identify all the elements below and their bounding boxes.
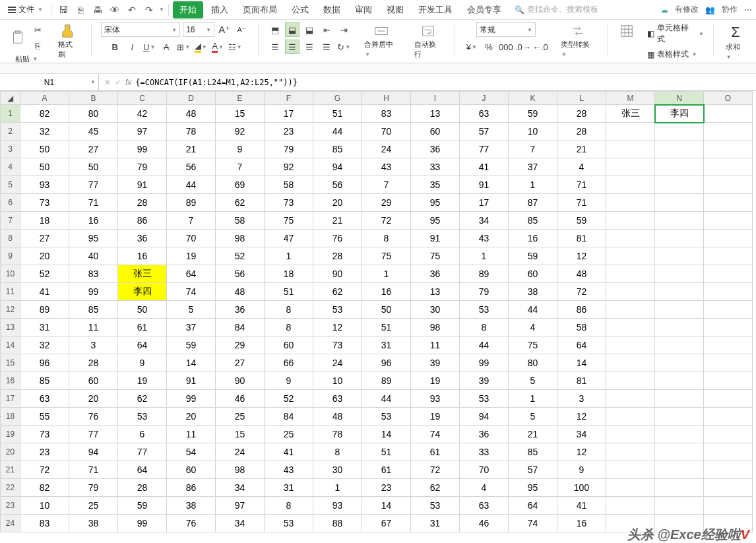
conditional-format-button[interactable] <box>617 22 637 40</box>
cell-H1[interactable]: 83 <box>362 105 411 123</box>
cell-L1[interactable]: 28 <box>557 105 606 123</box>
cell-C13[interactable]: 61 <box>118 319 167 336</box>
cell-H6[interactable]: 29 <box>362 194 411 212</box>
cell-O15[interactable] <box>704 354 753 372</box>
cell-I15[interactable]: 39 <box>411 354 460 372</box>
cell-H17[interactable]: 44 <box>362 390 411 408</box>
cell-J21[interactable]: 70 <box>460 461 509 479</box>
cell-H19[interactable]: 14 <box>362 426 411 443</box>
cell-D12[interactable]: 5 <box>167 301 216 319</box>
cell-H2[interactable]: 70 <box>362 123 411 141</box>
cell-I13[interactable]: 98 <box>411 319 460 336</box>
sum-button[interactable]: Σ 求和▼ <box>723 22 748 61</box>
cell-F23[interactable]: 8 <box>265 497 313 515</box>
row-header-15[interactable]: 15 <box>1 354 20 372</box>
cell-F4[interactable]: 92 <box>265 158 313 176</box>
font-color-button[interactable]: A▼ <box>210 40 225 54</box>
tab-insert[interactable]: 插入 <box>205 1 235 18</box>
cell-F19[interactable]: 25 <box>265 426 313 443</box>
cell-G1[interactable]: 51 <box>313 105 362 123</box>
cell-B24[interactable]: 38 <box>69 515 118 532</box>
cell-C4[interactable]: 79 <box>118 158 167 176</box>
cell-L20[interactable]: 12 <box>557 443 606 461</box>
cell-D1[interactable]: 48 <box>167 105 216 123</box>
orientation-icon[interactable]: ↻▼ <box>336 40 351 54</box>
cell-F13[interactable]: 8 <box>265 319 313 336</box>
cell-H15[interactable]: 96 <box>362 354 411 372</box>
cell-K13[interactable]: 4 <box>509 319 557 336</box>
cell-E9[interactable]: 52 <box>216 247 265 265</box>
export-icon[interactable]: ⎘ <box>73 2 88 18</box>
cell-E10[interactable]: 56 <box>216 265 265 283</box>
cell-I24[interactable]: 31 <box>411 515 460 532</box>
cell-L9[interactable]: 12 <box>557 247 606 265</box>
cell-E20[interactable]: 24 <box>216 443 265 461</box>
cell-O3[interactable] <box>704 141 753 158</box>
cell-F9[interactable]: 1 <box>265 247 313 265</box>
accept-icon[interactable]: ✓ <box>115 78 121 87</box>
name-box[interactable]: ▼ <box>0 74 99 90</box>
cell-N11[interactable] <box>655 283 704 301</box>
cell-O5[interactable] <box>704 176 753 194</box>
cell-F8[interactable]: 47 <box>265 230 313 247</box>
cell-M10[interactable] <box>606 265 655 283</box>
cell-M1[interactable]: 张三 <box>606 105 655 123</box>
cell-M12[interactable] <box>606 301 655 319</box>
cell-D9[interactable]: 19 <box>167 247 216 265</box>
cell-I2[interactable]: 60 <box>411 123 460 141</box>
font-size-select[interactable]: 16▼ <box>183 22 214 37</box>
cell-B15[interactable]: 28 <box>69 354 118 372</box>
cell-F22[interactable]: 31 <box>265 479 313 497</box>
cell-I18[interactable]: 19 <box>411 408 460 426</box>
cell-D16[interactable]: 91 <box>167 372 216 390</box>
cut-icon[interactable]: ✂ <box>30 22 45 37</box>
cell-E21[interactable]: 98 <box>216 461 265 479</box>
increase-font-icon[interactable]: A⁺ <box>217 22 232 37</box>
row-header-1[interactable]: 1 <box>1 105 20 123</box>
cell-G17[interactable]: 63 <box>313 390 362 408</box>
align-right-icon[interactable]: ☰ <box>302 40 317 54</box>
cell-G14[interactable]: 73 <box>313 336 362 354</box>
tab-dev[interactable]: 开发工具 <box>412 1 459 18</box>
cell-M9[interactable] <box>606 247 655 265</box>
cell-K9[interactable]: 59 <box>509 247 557 265</box>
cell-D8[interactable]: 70 <box>167 230 216 247</box>
cell-I8[interactable]: 91 <box>411 230 460 247</box>
cell-H21[interactable]: 61 <box>362 461 411 479</box>
cell-B21[interactable]: 71 <box>69 461 118 479</box>
cell-J4[interactable]: 41 <box>460 158 509 176</box>
copy-icon[interactable]: ⎘ <box>30 38 45 53</box>
cell-B20[interactable]: 94 <box>69 443 118 461</box>
cell-A13[interactable]: 31 <box>20 319 69 336</box>
strike-button[interactable]: A <box>159 40 173 54</box>
cell-H10[interactable]: 1 <box>362 265 411 283</box>
chevron-down-icon[interactable]: ▼ <box>90 79 96 85</box>
cell-K20[interactable]: 85 <box>509 443 557 461</box>
formula-input[interactable] <box>135 78 751 87</box>
cell-O7[interactable] <box>704 212 753 230</box>
tab-layout[interactable]: 页面布局 <box>236 1 284 18</box>
cell-D21[interactable]: 60 <box>167 461 216 479</box>
cell-E16[interactable]: 90 <box>216 372 265 390</box>
cell-A16[interactable]: 85 <box>20 372 69 390</box>
cell-D17[interactable]: 99 <box>167 390 216 408</box>
cell-O8[interactable] <box>704 230 753 247</box>
cell-B18[interactable]: 76 <box>69 408 118 426</box>
col-header-O[interactable]: O <box>704 92 753 105</box>
cell-N13[interactable] <box>655 319 704 336</box>
cell-F7[interactable]: 75 <box>265 212 313 230</box>
inc-decimal-icon[interactable]: .0→ <box>516 40 530 54</box>
format-painter-button[interactable]: 格式刷 <box>55 22 82 61</box>
row-header-18[interactable]: 18 <box>1 408 20 426</box>
cell-H20[interactable]: 51 <box>362 443 411 461</box>
cell-L2[interactable]: 28 <box>557 123 606 141</box>
cell-B8[interactable]: 95 <box>69 230 118 247</box>
cell-L5[interactable]: 71 <box>557 176 606 194</box>
cell-I22[interactable]: 62 <box>411 479 460 497</box>
cell-B22[interactable]: 79 <box>69 479 118 497</box>
cell-A11[interactable]: 41 <box>20 283 69 301</box>
cell-K19[interactable]: 21 <box>509 426 557 443</box>
cell-L3[interactable]: 21 <box>557 141 606 158</box>
cell-B11[interactable]: 99 <box>69 283 118 301</box>
col-header-L[interactable]: L <box>557 92 606 105</box>
